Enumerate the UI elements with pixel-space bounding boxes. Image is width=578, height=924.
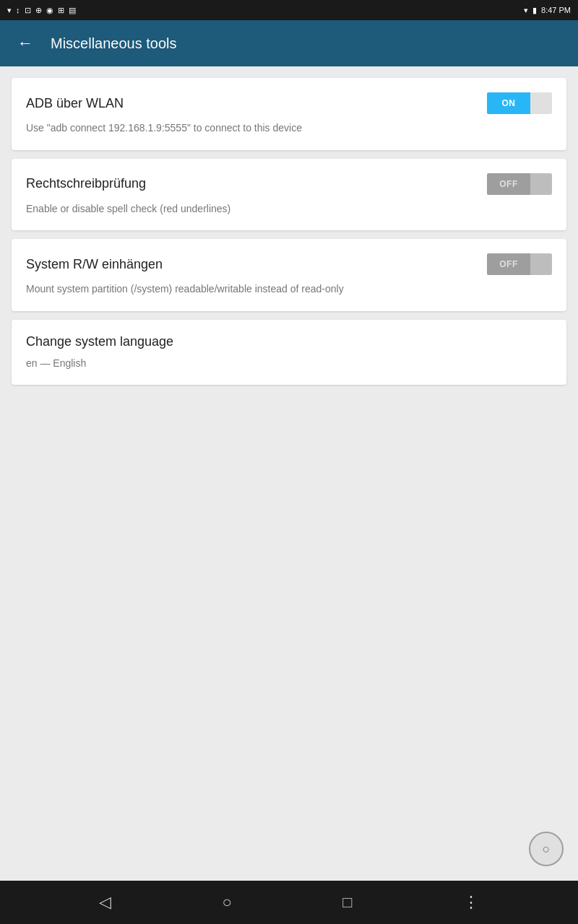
card-system-rw: System R/W einhängen OFF Mount system pa…	[12, 239, 566, 311]
card-change-language-title: Change system language	[26, 334, 173, 349]
notification-icon-1: ▾	[7, 6, 12, 15]
card-system-rw-title: System R/W einhängen	[26, 257, 163, 272]
status-icons-right: ▾ ▮ 8:47 PM	[524, 6, 571, 15]
page-title: Miscellaneous tools	[51, 35, 177, 52]
nav-menu-icon: ⋮	[463, 893, 479, 912]
back-button[interactable]: ←	[12, 28, 39, 58]
nav-back-icon: ◁	[99, 893, 111, 912]
toggle-system-rw-thumb	[530, 253, 552, 275]
card-adb-wlan-header: ADB über WLAN ON	[26, 92, 552, 114]
nav-home-button[interactable]: ○	[210, 887, 243, 918]
fab-button[interactable]: ○	[529, 832, 564, 866]
status-icons-left: ▾ ↕ ⊡ ⊕ ◉ ⊞ ▤	[7, 6, 76, 15]
toggle-adb-wlan-thumb	[530, 92, 552, 114]
toggle-spell-check-label: OFF	[487, 173, 530, 195]
fab-icon: ○	[543, 842, 551, 857]
nav-recents-icon: □	[342, 893, 352, 912]
toggle-spell-check-thumb	[530, 173, 552, 195]
battery-icon: ▮	[532, 6, 537, 15]
nav-home-icon: ○	[222, 893, 231, 912]
nav-menu-button[interactable]: ⋮	[452, 887, 491, 918]
card-adb-wlan: ADB über WLAN ON Use "adb connect 192.16…	[12, 78, 566, 150]
card-spell-check-header: Rechtschreibprüfung OFF	[26, 173, 552, 195]
card-change-language-description: en — English	[26, 357, 552, 371]
notification-icon-6: ⊞	[58, 6, 64, 15]
time-display: 8:47 PM	[541, 6, 571, 14]
status-bar: ▾ ↕ ⊡ ⊕ ◉ ⊞ ▤ ▾ ▮ 8:47 PM	[0, 0, 578, 20]
notification-icon-3: ⊡	[25, 6, 31, 15]
notification-icon-2: ↕	[16, 6, 20, 14]
back-arrow-icon: ←	[17, 34, 33, 53]
navigation-bar: ◁ ○ □ ⋮	[0, 881, 578, 924]
toggle-system-rw-label: OFF	[487, 253, 530, 275]
card-spell-check-title: Rechtschreibprüfung	[26, 176, 146, 191]
nav-back-button[interactable]: ◁	[87, 887, 123, 918]
card-system-rw-header: System R/W einhängen OFF	[26, 253, 552, 275]
card-adb-wlan-description: Use "adb connect 192.168.1.9:5555" to co…	[26, 121, 552, 136]
notification-icon-4: ⊕	[35, 6, 42, 15]
card-system-rw-description: Mount system partition (/system) readabl…	[26, 282, 552, 297]
card-spell-check-description: Enable or disable spell check (red under…	[26, 202, 552, 217]
notification-icon-7: ▤	[69, 6, 76, 15]
card-change-language[interactable]: Change system language en — English	[12, 320, 566, 385]
wifi-icon: ▾	[524, 6, 528, 15]
toggle-spell-check[interactable]: OFF	[487, 173, 552, 195]
card-adb-wlan-title: ADB über WLAN	[26, 96, 124, 111]
toggle-system-rw[interactable]: OFF	[487, 253, 552, 275]
toggle-adb-wlan[interactable]: ON	[487, 92, 552, 114]
card-change-language-header: Change system language	[26, 334, 552, 349]
notification-icon-5: ◉	[46, 6, 53, 15]
app-bar: ← Miscellaneous tools	[0, 20, 578, 66]
nav-recents-button[interactable]: □	[331, 887, 363, 918]
card-spell-check: Rechtschreibprüfung OFF Enable or disabl…	[12, 159, 566, 231]
content-area: ADB über WLAN ON Use "adb connect 192.16…	[0, 66, 578, 881]
toggle-adb-wlan-label: ON	[487, 92, 530, 114]
